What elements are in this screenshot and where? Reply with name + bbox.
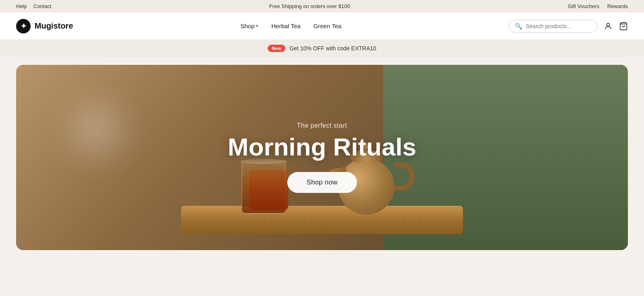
promo-bar: New Get 10% OFF with code EXTRA10 [0, 40, 644, 57]
utility-bar-left: Help Contact [16, 3, 52, 9]
nav-herbal-tea-link[interactable]: Herbal Tea [271, 23, 300, 29]
hero-subtitle: The perfect start [228, 122, 416, 129]
utility-bar-right: Gift Vouchers Rewards [568, 3, 628, 9]
rewards-link[interactable]: Rewards [607, 3, 628, 9]
search-icon: 🔍 [515, 23, 522, 30]
cart-button[interactable] [619, 22, 628, 31]
nav-shop-link[interactable]: Shop ▾ [240, 23, 258, 29]
search-input[interactable] [526, 23, 591, 29]
nav-center: Shop ▾ Herbal Tea Green Tea [240, 23, 341, 29]
svg-point-0 [607, 23, 609, 26]
account-button[interactable] [604, 22, 613, 31]
search-box[interactable]: 🔍 [509, 20, 597, 33]
logo-text: Mugistore [35, 21, 73, 31]
main-nav: ✦ Mugistore Shop ▾ Herbal Tea Green Tea … [0, 12, 644, 40]
new-badge: New [268, 45, 285, 52]
bg-blur-decoration [56, 89, 137, 170]
hero-background: The perfect start Morning Rituals Shop n… [16, 65, 628, 250]
hero-text-overlay: The perfect start Morning Rituals Shop n… [228, 122, 416, 193]
shipping-message: Free Shipping on orders over $100 [269, 3, 350, 9]
nav-green-tea-link[interactable]: Green Tea [314, 23, 342, 29]
hero-title: Morning Rituals [228, 133, 416, 161]
wooden-tray [181, 206, 463, 234]
utility-bar: Help Contact Free Shipping on orders ove… [0, 0, 644, 12]
logo-link[interactable]: ✦ Mugistore [16, 19, 73, 33]
help-link[interactable]: Help [16, 3, 27, 9]
chevron-down-icon: ▾ [256, 23, 258, 29]
nav-right: 🔍 [509, 20, 628, 33]
account-icon [604, 22, 613, 31]
shop-now-button[interactable]: Shop now [287, 172, 357, 193]
logo-icon: ✦ [16, 19, 31, 33]
contact-link[interactable]: Contact [33, 3, 52, 9]
promo-message: Get 10% OFF with code EXTRA10 [289, 45, 376, 52]
gift-vouchers-link[interactable]: Gift Vouchers [568, 3, 599, 9]
cart-icon [619, 22, 628, 31]
nav-shop-label: Shop [240, 23, 254, 29]
hero-section: The perfect start Morning Rituals Shop n… [16, 65, 628, 250]
